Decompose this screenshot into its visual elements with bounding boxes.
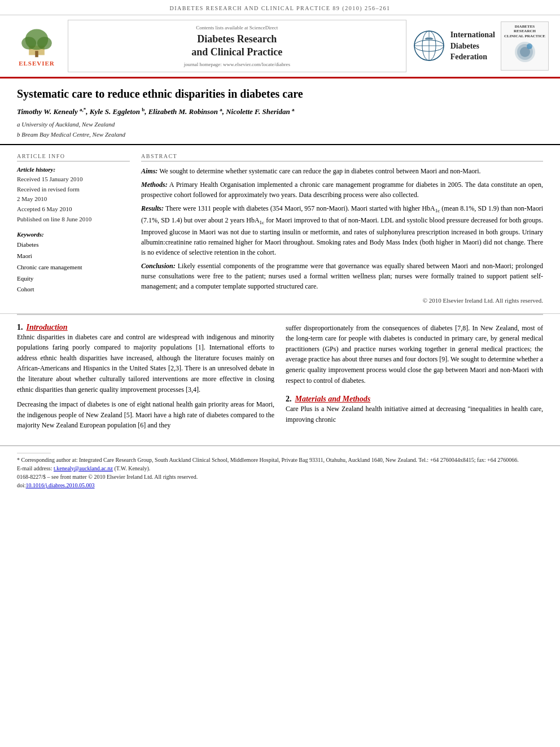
- journal-citation: Diabetes Research and Clinical Practice …: [170, 5, 391, 11]
- body-content: 1.Introduction Ethnic disparities in dia…: [0, 315, 560, 443]
- drcp-logo-box: DIABETESRESEARCHCLINICAL PRACTICE: [501, 21, 549, 71]
- journal-header-bar: Diabetes Research and Clinical Practice …: [0, 0, 560, 15]
- received-date: Received 15 January 2010: [17, 174, 130, 185]
- abstract-conclusion: Conclusion: Likely essential components …: [141, 261, 543, 291]
- methods-paragraph-1: Care Plus is a New Zealand health initia…: [286, 404, 543, 425]
- received-revised-label: Received in revised form: [17, 185, 130, 195]
- abstract-copyright: © 2010 Elsevier Ireland Ltd. All rights …: [141, 296, 543, 305]
- affiliation-b: b Bream Bay Medical Centre, New Zealand: [17, 130, 543, 140]
- keyword-cohort: Cohort: [17, 284, 130, 295]
- methods-number: 2.: [286, 395, 292, 403]
- keyword-diabetes: Diabetes: [17, 239, 130, 251]
- corresponding-footnote: * Corresponding author at: Integrated Ca…: [17, 456, 543, 464]
- drcp-title: DIABETESRESEARCHCLINICAL PRACTICE: [504, 24, 546, 38]
- intro-heading: Introduction: [27, 323, 68, 331]
- banner-row: ELSEVIER Contents lists available at Sci…: [0, 15, 560, 78]
- intro-paragraph-2: Decreasing the impact of diabetes is one…: [17, 399, 274, 431]
- journal-name: Diabetes Research and Clinical Practice: [75, 33, 399, 59]
- svg-point-3: [37, 37, 52, 50]
- idf-text: International Diabetes Federation: [450, 29, 495, 63]
- abstract-text: Aims: We sought to determine whether sys…: [141, 166, 543, 305]
- idf-block: International Diabetes Federation: [412, 29, 495, 63]
- keyword-chronic: Chronic care management: [17, 262, 130, 273]
- revised-date: 2 May 2010: [17, 194, 130, 204]
- article-info-col: Article Info Article history: Received 1…: [17, 153, 130, 305]
- abstract-col: Abstract Aims: We sought to determine wh…: [141, 153, 543, 305]
- email-link[interactable]: t.kenealy@auckland.ac.nz: [54, 465, 113, 471]
- accepted-date: Accepted 6 May 2010: [17, 204, 130, 215]
- published-date: Published on line 8 June 2010: [17, 215, 130, 225]
- page-wrapper: Diabetes Research and Clinical Practice …: [0, 0, 560, 747]
- svg-rect-4: [35, 51, 38, 58]
- keywords-group: Keywords: Diabetes Maori Chronic care ma…: [17, 231, 130, 295]
- footnote-divider: [17, 453, 51, 453]
- article-info-label: Article Info: [17, 153, 130, 161]
- authors-line: Timothy W. Kenealy a,*, Kyle S. Eggleton…: [17, 107, 543, 116]
- methods-heading: Materials and Methods: [295, 395, 371, 403]
- elsevier-tree-icon: [17, 25, 56, 59]
- journal-title-block: Contents lists available at ScienceDirec…: [68, 20, 406, 72]
- content-label: Contents lists available at ScienceDirec…: [75, 25, 399, 30]
- keywords-label: Keywords:: [17, 231, 130, 238]
- article-title-section: Systematic care to reduce ethnic dispari…: [0, 78, 560, 146]
- intro-heading-row: 1.Introduction: [17, 323, 274, 332]
- doi-footnote: doi:10.1016/j.diabres.2010.05.003: [17, 481, 543, 490]
- intro-paragraph-3: suffer disproportionately from the conse…: [286, 323, 543, 386]
- article-history-group: Article history: Received 15 January 201…: [17, 166, 130, 224]
- abstract-methods: Methods: A Primary Health Organisation i…: [141, 180, 543, 200]
- intro-paragraph-1: Ethnic disparities in diabetes care and …: [17, 332, 274, 395]
- footnote-section: * Corresponding author at: Integrated Ca…: [0, 445, 560, 494]
- two-col-section: Article Info Article history: Received 1…: [0, 145, 560, 313]
- abstract-aims: Aims: We sought to determine whether sys…: [141, 166, 543, 176]
- methods-heading-row: 2.Materials and Methods: [286, 395, 543, 404]
- history-label: Article history:: [17, 166, 130, 173]
- body-left-col: 1.Introduction Ethnic disparities in dia…: [17, 323, 274, 435]
- keywords-list: Diabetes Maori Chronic care management E…: [17, 239, 130, 295]
- affiliation-a: a University of Auckland, New Zealand: [17, 120, 543, 130]
- intro-number: 1.: [17, 323, 23, 331]
- drcp-circle-icon: [514, 41, 536, 63]
- journal-homepage: journal homepage: www.elsevier.com/locat…: [75, 62, 399, 67]
- abstract-label: Abstract: [141, 153, 543, 161]
- email-footnote: E-mail address: t.kenealy@auckland.ac.nz…: [17, 464, 543, 473]
- elsevier-text: ELSEVIER: [19, 60, 55, 67]
- abstract-results: Results: There were 1311 people with dia…: [141, 203, 543, 257]
- issn-footnote: 0168-8227/$ – see front matter © 2010 El…: [17, 473, 543, 481]
- keyword-equity: Equity: [17, 273, 130, 285]
- keyword-maori: Maori: [17, 251, 130, 262]
- svg-point-2: [21, 37, 36, 50]
- elsevier-logo: ELSEVIER: [11, 25, 62, 67]
- affiliations: a University of Auckland, New Zealand b …: [17, 120, 543, 139]
- article-title: Systematic care to reduce ethnic dispari…: [17, 86, 543, 101]
- doi-link[interactable]: 10.1016/j.diabres.2010.05.003: [26, 482, 95, 488]
- body-right-col: suffer disproportionately from the conse…: [286, 323, 543, 435]
- idf-globe-icon: [412, 29, 446, 63]
- svg-point-13: [527, 43, 532, 49]
